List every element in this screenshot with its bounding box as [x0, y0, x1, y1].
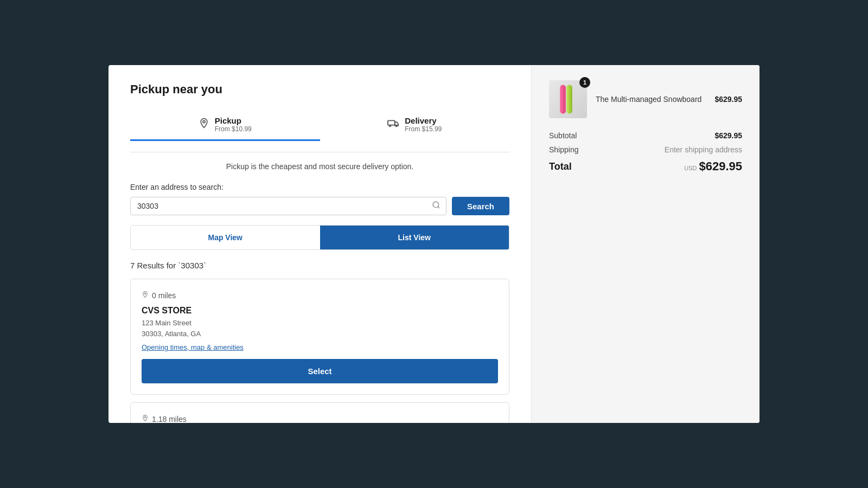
- results-count: 7 Results for `30303`: [130, 261, 509, 270]
- divider: [130, 152, 509, 152]
- svg-point-0: [203, 120, 205, 123]
- search-input[interactable]: [137, 202, 426, 210]
- total-value-wrapper: USD $629.95: [684, 159, 742, 174]
- product-price-area: $629.95: [714, 95, 742, 104]
- product-image-wrapper: 1: [549, 80, 587, 118]
- delivery-options: Pickup From $10.99 Delivery From $15.99: [130, 110, 509, 141]
- distance-text-2: 1.18 miles: [152, 415, 187, 423]
- right-panel: 1 The Multi-managed Snowboard $629.95 Su…: [532, 65, 760, 423]
- svg-point-4: [433, 202, 439, 208]
- view-toggle: Map View List View: [130, 225, 509, 250]
- svg-rect-1: [388, 120, 395, 125]
- product-info: The Multi-managed Snowboard: [596, 94, 706, 104]
- svg-rect-8: [560, 85, 565, 113]
- svg-rect-10: [566, 85, 572, 113]
- left-panel: Pickup near you Pickup From $10.99: [108, 65, 532, 423]
- store-distance-1: 0 miles: [142, 290, 498, 300]
- subtotal-row: Subtotal $629.95: [549, 131, 742, 140]
- snowboard-image: [554, 83, 582, 115]
- shipping-value: Enter shipping address: [665, 145, 742, 154]
- search-icon: [432, 201, 441, 211]
- shipping-row: Shipping Enter shipping address: [549, 145, 742, 154]
- store-distance-2: 1.18 miles: [142, 414, 498, 423]
- pickup-text: Pickup From $10.99: [215, 116, 252, 133]
- pickup-label: Pickup: [215, 116, 252, 125]
- page-title: Pickup near you: [130, 82, 509, 97]
- delivery-label: Delivery: [405, 116, 442, 125]
- search-label: Enter an address to search:: [130, 183, 509, 191]
- delivery-option[interactable]: Delivery From $15.99: [320, 110, 510, 141]
- search-button[interactable]: Search: [452, 197, 509, 215]
- pickup-subtitle: From $10.99: [215, 125, 252, 133]
- pickup-option[interactable]: Pickup From $10.99: [130, 110, 320, 141]
- main-container: Pickup near you Pickup From $10.99: [108, 65, 760, 423]
- distance-text-1: 0 miles: [152, 291, 176, 300]
- delivery-icon: [387, 119, 399, 130]
- pin-icon-2: [142, 414, 149, 423]
- total-row: Total USD $629.95: [549, 159, 742, 174]
- list-view-button[interactable]: List View: [320, 226, 509, 249]
- subtotal-value: $629.95: [714, 131, 742, 140]
- shipping-label: Shipping: [549, 145, 579, 154]
- search-input-wrapper: [130, 197, 446, 215]
- quantity-badge: 1: [579, 77, 590, 88]
- store-card-2: 1.18 miles CVS STORE 123 Main Street 303…: [130, 402, 509, 423]
- store-name-1: CVS STORE: [142, 306, 498, 316]
- store-link-1[interactable]: Opening times, map & amenities: [142, 343, 498, 351]
- svg-point-6: [144, 416, 146, 418]
- total-label: Total: [549, 161, 572, 172]
- delivery-subtitle: From $15.99: [405, 125, 442, 133]
- product-name: The Multi-managed Snowboard: [596, 95, 701, 104]
- pin-icon-1: [142, 290, 149, 300]
- info-text: Pickup is the cheapest and most secure d…: [130, 162, 509, 171]
- svg-point-5: [144, 293, 146, 294]
- pickup-icon: [199, 118, 209, 131]
- total-value: $629.95: [699, 159, 742, 174]
- select-button-1[interactable]: Select: [142, 359, 498, 383]
- store-card-1: 0 miles CVS STORE 123 Main Street 30303,…: [130, 279, 509, 395]
- svg-point-2: [390, 125, 391, 127]
- product-price: $629.95: [714, 95, 742, 104]
- search-row: Search: [130, 197, 509, 215]
- product-row: 1 The Multi-managed Snowboard $629.95: [549, 80, 742, 118]
- delivery-text: Delivery From $15.99: [405, 116, 442, 133]
- subtotal-label: Subtotal: [549, 131, 577, 140]
- total-currency: USD: [684, 165, 697, 171]
- map-view-button[interactable]: Map View: [131, 226, 320, 249]
- store-address-1: 123 Main Street 30303, Atlanta, GA: [142, 318, 498, 339]
